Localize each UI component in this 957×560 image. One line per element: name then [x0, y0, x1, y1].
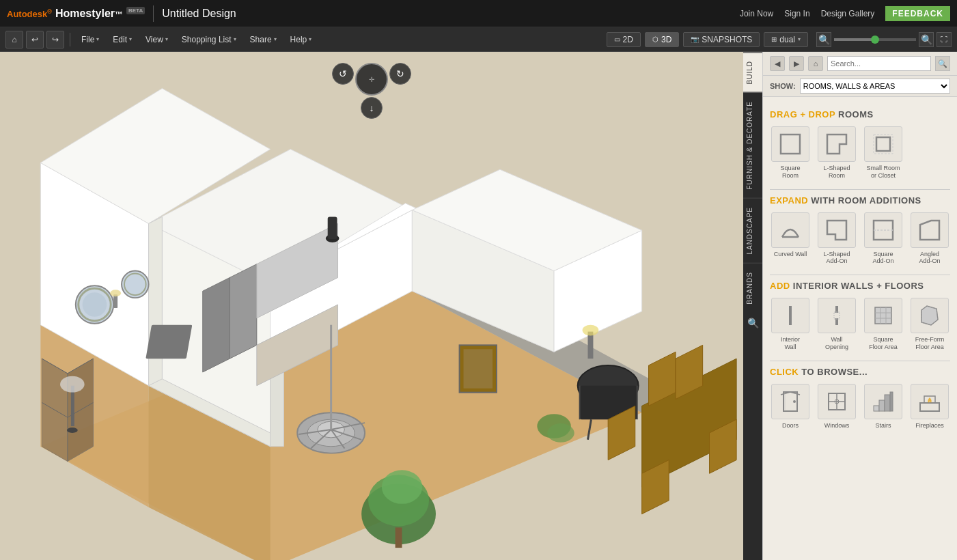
dual-button[interactable]: ⊞ dual ▾ — [764, 32, 808, 47]
panel-back-button[interactable]: ◀ — [770, 56, 785, 71]
doors-box[interactable] — [771, 384, 809, 419]
cam-rotate-right[interactable]: ↻ — [389, 63, 411, 85]
zoom-slider-thumb[interactable] — [871, 36, 879, 44]
interior-text: INTERIOR WALLS + FLOORS — [793, 281, 924, 291]
drag-text: DRAG + DROP — [770, 109, 835, 120]
cam-rotate-left[interactable]: ↺ — [332, 63, 354, 85]
fullscreen-button[interactable]: ⛶ — [937, 32, 952, 47]
svg-point-69 — [60, 376, 85, 393]
shopping-list-menu[interactable]: Shopping List ▾ — [176, 32, 242, 47]
file-menu[interactable]: File ▾ — [76, 32, 105, 47]
small-room-icon — [871, 132, 896, 156]
undo-button[interactable]: ↩ — [26, 31, 44, 48]
wall-opening-label: WallOpening — [825, 336, 848, 351]
wall-opening-box[interactable] — [818, 298, 856, 333]
top-bar: Autodesk® Homestyler™ BETA Untitled Desi… — [0, 0, 957, 27]
svg-rect-47 — [396, 527, 402, 548]
cam-center[interactable]: ✛ — [355, 63, 388, 96]
edit-menu[interactable]: Edit ▾ — [107, 32, 137, 47]
design-title: Untitled Design — [162, 8, 236, 20]
square-floor-item[interactable]: SquareFloor Area — [863, 298, 904, 351]
fireplaces-label: Fireplaces — [915, 422, 944, 430]
square-floor-box[interactable] — [864, 298, 902, 333]
stairs-item[interactable]: Stairs — [863, 384, 904, 430]
snapshots-button[interactable]: 📷 SNAPSHOTS — [683, 32, 760, 47]
dual-arrow: ▾ — [798, 36, 801, 42]
stairs-box[interactable] — [864, 384, 902, 419]
feedback-button[interactable]: FEEDBACK — [885, 6, 950, 21]
sign-in-link[interactable]: Sign In — [784, 9, 809, 18]
design-gallery-link[interactable]: Design Gallery — [821, 9, 875, 18]
panel-search-button[interactable]: 🔍 — [935, 56, 950, 71]
zoom-slider[interactable] — [834, 38, 916, 41]
canvas-area[interactable]: ↺ ✛ ↻ ↓ — [0, 52, 743, 560]
square-room-item[interactable]: SquareRoom — [770, 126, 811, 180]
help-menu[interactable]: Help ▾ — [285, 32, 318, 47]
svg-rect-77 — [789, 306, 792, 325]
home-button[interactable]: ⌂ — [5, 31, 23, 48]
interior-wall-item[interactable]: InteriorWall — [770, 298, 811, 351]
3d-view-button[interactable]: ⬡ 3D — [645, 32, 679, 47]
square-addon-icon — [871, 218, 896, 242]
fireplaces-box[interactable] — [911, 384, 949, 419]
main-content: ↺ ✛ ↻ ↓ BUILD FURNISH & DECORATE LANDSCA… — [0, 52, 957, 560]
angled-addon-item[interactable]: AngledAdd-On — [909, 212, 950, 266]
freeform-floor-item[interactable]: Free-FormFloor Area — [909, 298, 950, 351]
zoom-area: 🔍 🔍 ⛶ — [816, 32, 952, 47]
view-menu[interactable]: View ▾ — [140, 32, 174, 47]
search-tab[interactable]: 🔍 — [745, 312, 762, 334]
panel-forward-button[interactable]: ▶ — [789, 56, 804, 71]
windows-label: Windows — [824, 422, 850, 430]
windows-icon — [824, 389, 849, 414]
square-addon-box[interactable] — [864, 212, 902, 248]
interior-wall-box[interactable] — [771, 298, 809, 333]
windows-item[interactable]: Windows — [816, 384, 857, 430]
panel-search-input[interactable] — [827, 56, 931, 71]
wall-opening-item[interactable]: WallOpening — [816, 298, 857, 351]
with-text: WITH ROOM ADDITIONS — [811, 195, 921, 206]
doors-item[interactable]: Doors — [770, 384, 811, 430]
freeform-floor-box[interactable] — [911, 298, 949, 333]
redo-button[interactable]: ↪ — [46, 31, 64, 48]
windows-box[interactable] — [818, 384, 856, 419]
title-divider — [153, 5, 154, 22]
lshaped-addon-box[interactable] — [818, 212, 856, 248]
fireplaces-icon — [917, 389, 942, 414]
square-floor-icon — [871, 303, 896, 328]
3d-icon: ⬡ — [652, 36, 658, 43]
landscape-tab[interactable]: LANDSCAPE — [743, 198, 762, 263]
browse-text: TO BROWSE... — [801, 367, 868, 377]
curved-wall-label: Curved Wall — [774, 251, 807, 258]
fireplaces-item[interactable]: Fireplaces — [909, 384, 950, 430]
camera-top-row: ↺ ✛ ↻ — [332, 63, 411, 96]
square-room-box[interactable] — [771, 126, 809, 162]
angled-addon-box[interactable] — [911, 212, 949, 248]
lshaped-addon-item[interactable]: L-ShapedAdd-On — [816, 212, 857, 266]
small-room-item[interactable]: Small Roomor Closet — [863, 126, 904, 180]
cam-down[interactable]: ↓ — [361, 97, 383, 119]
panel-home-button[interactable]: ⌂ — [808, 56, 823, 71]
svg-rect-71 — [781, 135, 800, 154]
lshaped-room-item[interactable]: L-ShapedRoom — [816, 126, 857, 180]
zoom-in-button[interactable]: 🔍 — [919, 32, 934, 47]
furnish-tab[interactable]: FURNISH & DECORATE — [743, 92, 762, 198]
svg-rect-81 — [875, 307, 891, 324]
curved-wall-box[interactable] — [771, 212, 809, 248]
show-dropdown[interactable]: ROOMS, WALLS & AREASROOMS ONLYWALLS ONLY — [800, 79, 950, 94]
stairs-icon — [871, 389, 896, 414]
stairs-label: Stairs — [875, 422, 891, 430]
square-addon-item[interactable]: SquareAdd-On — [863, 212, 904, 266]
divider-2 — [770, 275, 950, 275]
lshaped-room-box[interactable] — [818, 126, 856, 162]
zoom-out-button[interactable]: 🔍 — [816, 32, 831, 47]
toolbar-separator-1 — [70, 33, 70, 46]
share-menu[interactable]: Share ▾ — [245, 32, 282, 47]
svg-rect-93 — [879, 400, 885, 411]
join-now-link[interactable]: Join Now — [740, 9, 773, 18]
build-tab[interactable]: BUILD — [743, 52, 762, 92]
2d-view-button[interactable]: ▭ 2D — [607, 32, 641, 47]
brands-tab[interactable]: BRANDS — [743, 263, 762, 313]
angled-addon-label: AngledAdd-On — [919, 251, 940, 266]
curved-wall-item[interactable]: Curved Wall — [770, 212, 811, 266]
small-room-box[interactable] — [864, 126, 902, 162]
